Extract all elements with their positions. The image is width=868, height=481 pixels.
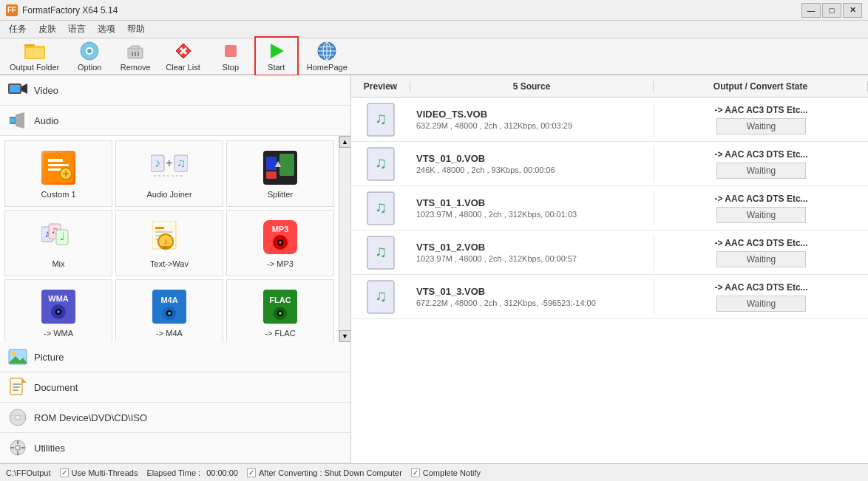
maximize-button[interactable]: □ <box>822 3 841 18</box>
grid-item-custom[interactable]: Custom 1 <box>4 140 112 207</box>
after-converting-checkbox[interactable]: ✓ <box>247 468 256 477</box>
table-row[interactable]: ♫ VTS_01_0.VOB 246K , 48000 , 2ch , 93Kb… <box>351 142 868 186</box>
clear-list-label: Clear List <box>166 63 200 72</box>
audio-label: Audio <box>34 115 58 126</box>
file-preview-1: ♫ <box>351 146 410 182</box>
file-meta-4: 672.22M , 48000 , 2ch , 312Kbps, -596523… <box>416 299 648 307</box>
table-row[interactable]: ♫ VIDEO_TS.VOB 632.29M , 48000 , 2ch , 3… <box>351 98 868 142</box>
utilities-label: Utilities <box>34 443 65 454</box>
right-header: Preview 5 Source Output / Convert State <box>351 75 868 98</box>
multi-threads-label: Use Multi-Threads <box>72 468 138 477</box>
toolbar: Output Folder Option Remove <box>0 38 868 75</box>
remove-icon <box>125 41 146 61</box>
rom-label: ROM Device\DVD\CD\ISO <box>34 412 147 423</box>
stop-button[interactable]: Stop <box>208 37 253 75</box>
after-converting-item[interactable]: ✓ After Converting : Shut Down Computer <box>247 468 402 477</box>
grid-item-text-wav[interactable]: ♪ Text->Wav <box>115 210 223 276</box>
waiting-button-2[interactable]: Waiting <box>716 207 807 223</box>
table-row[interactable]: ♫ VTS_01_3.VOB 672.22M , 48000 , 2ch , 3… <box>351 275 868 319</box>
output-folder-button[interactable]: Output Folder <box>3 37 66 75</box>
svg-text:♩: ♩ <box>60 231 65 242</box>
elapsed-value: 00:00:00 <box>206 468 238 477</box>
file-meta-0: 632.29M , 48000 , 2ch , 312Kbps, 00:03:2… <box>416 121 648 130</box>
category-video[interactable]: Video <box>0 75 350 106</box>
waiting-button-1[interactable]: Waiting <box>716 163 807 179</box>
multi-threads-item[interactable]: ✓ Use Multi-Threads <box>60 468 138 477</box>
complete-notify-checkbox[interactable]: ✓ <box>411 468 420 477</box>
category-audio[interactable]: Audio <box>0 106 350 136</box>
svg-marker-25 <box>16 112 24 129</box>
table-row[interactable]: ♫ VTS_01_2.VOB 1023.97M , 48000 , 2ch , … <box>351 231 868 275</box>
menu-bar: 任务 皮肤 语言 选项 帮助 <box>0 21 868 38</box>
svg-marker-58 <box>161 246 170 249</box>
menu-help[interactable]: 帮助 <box>121 21 151 37</box>
remove-label: Remove <box>121 63 151 72</box>
option-icon <box>79 41 100 61</box>
grid-scrollbar: ▲ ▼ <box>339 136 350 342</box>
category-picture[interactable]: Picture <box>0 342 350 372</box>
multi-threads-checkbox[interactable]: ✓ <box>60 468 69 477</box>
grid-item-splitter[interactable]: Splitter <box>226 140 334 207</box>
source-header: 5 Source <box>410 81 654 92</box>
svg-text:♫: ♫ <box>375 109 387 128</box>
category-document[interactable]: Document <box>0 372 350 403</box>
homepage-label: HomePage <box>307 63 347 72</box>
text-wav-label: Text->Wav <box>150 259 189 268</box>
elapsed-time-item: Elapsed Time : 00:00:00 <box>146 468 238 477</box>
homepage-button[interactable]: HomePage <box>300 37 354 75</box>
grid-item-to-m4a[interactable]: M4A -> M4A <box>115 279 223 342</box>
svg-rect-42 <box>266 171 277 179</box>
svg-marker-93 <box>22 378 27 383</box>
scroll-down-button[interactable]: ▼ <box>339 330 351 342</box>
app-title: FormatFactory X64 5.14 <box>22 5 118 16</box>
video-label: Video <box>34 85 58 96</box>
file-preview-0: ♫ <box>351 102 410 137</box>
menu-language[interactable]: 语言 <box>62 21 92 37</box>
menu-options[interactable]: 选项 <box>92 21 121 37</box>
grid-item-to-wma[interactable]: WMA -> WMA <box>4 279 112 342</box>
file-preview-2: ♫ <box>351 191 410 226</box>
grid-item-audio-joiner[interactable]: ♪ + ♫ Audio Joiner <box>115 140 223 207</box>
output-header: Output / Convert State <box>654 81 868 92</box>
category-rom[interactable]: ROM Device\DVD\CD\ISO <box>0 403 350 433</box>
file-output-4: -> AAC AC3 DTS Etc... Waiting <box>654 279 868 315</box>
rom-icon <box>7 407 28 428</box>
waiting-button-0[interactable]: Waiting <box>716 118 807 134</box>
output-format-3: -> AAC AC3 DTS Etc... <box>714 238 807 248</box>
svg-text:♫: ♫ <box>375 154 387 172</box>
category-utilities[interactable]: Utilities <box>0 433 350 463</box>
output-format-1: -> AAC AC3 DTS Etc... <box>714 149 807 160</box>
clear-list-button[interactable]: Clear List <box>159 37 206 75</box>
mix-label: Mix <box>52 259 64 268</box>
menu-tasks[interactable]: 任务 <box>3 21 33 37</box>
file-meta-2: 1023.97M , 48000 , 2ch , 312Kbps, 00:01:… <box>416 210 648 219</box>
scroll-up-button[interactable]: ▲ <box>339 136 351 148</box>
close-button[interactable]: ✕ <box>843 3 862 18</box>
option-button[interactable]: Option <box>67 37 112 75</box>
grid-item-to-flac[interactable]: FLAC -> FLAC <box>226 279 334 342</box>
complete-notify-item[interactable]: ✓ Complete Notify <box>411 468 481 477</box>
svg-point-6 <box>87 49 92 53</box>
start-button[interactable]: Start <box>254 36 299 76</box>
file-output-0: -> AAC AC3 DTS Etc... Waiting <box>654 102 868 137</box>
menu-skin[interactable]: 皮肤 <box>33 21 62 37</box>
file-name-1: VTS_01_0.VOB <box>416 153 648 164</box>
svg-rect-8 <box>131 46 140 49</box>
table-row[interactable]: ♫ VTS_01_1.VOB 1023.97M , 48000 , 2ch , … <box>351 186 868 231</box>
video-icon <box>7 80 28 100</box>
file-meta-3: 1023.97M , 48000 , 2ch , 312Kbps, 00:00:… <box>416 254 648 263</box>
to-mp3-label: -> MP3 <box>267 259 294 268</box>
remove-button[interactable]: Remove <box>113 37 157 75</box>
minimize-button[interactable]: — <box>801 3 821 18</box>
svg-text:+: + <box>166 157 172 169</box>
output-format-4: -> AAC AC3 DTS Etc... <box>714 282 807 293</box>
waiting-button-3[interactable]: Waiting <box>716 251 807 267</box>
start-label: Start <box>268 63 285 72</box>
wma-icon: WMA <box>39 287 78 326</box>
grid-item-mix[interactable]: ♪ ♫ ♩ Mix <box>4 210 112 276</box>
after-converting-label: After Converting : Shut Down Computer <box>259 468 402 477</box>
output-path: C:\FFOutput <box>6 468 51 477</box>
file-meta-1: 246K , 48000 , 2ch , 93Kbps, 00:00:06 <box>416 166 648 174</box>
waiting-button-4[interactable]: Waiting <box>716 296 807 312</box>
grid-item-to-mp3[interactable]: MP3 -> MP3 <box>226 210 334 276</box>
